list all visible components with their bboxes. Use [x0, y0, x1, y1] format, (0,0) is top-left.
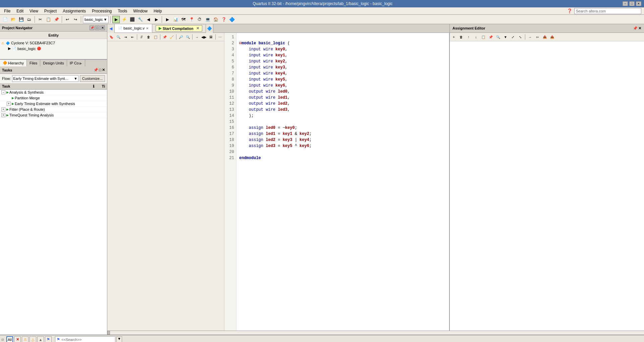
editor-hscrollbar[interactable] — [107, 331, 644, 335]
more-btn[interactable]: ⋯ — [217, 34, 223, 40]
ae-down[interactable]: ↓ — [473, 34, 479, 40]
customize-button[interactable]: Customize... — [80, 75, 105, 82]
ae-collapse[interactable]: ⤡ — [517, 34, 524, 40]
task-timequest[interactable]: + ▶ TimeQuest Timing Analysis — [0, 112, 107, 118]
zoom-out-btn[interactable]: 🔍 — [184, 34, 191, 40]
expand-analysis[interactable]: − — [1, 90, 5, 94]
filter-all[interactable]: All — [6, 336, 13, 342]
ae-export[interactable]: 📤 — [549, 34, 555, 40]
message-search-box[interactable]: ⚑ <<Search>> — [55, 336, 115, 342]
ae-paste[interactable]: 📌 — [487, 34, 494, 40]
panel-restore[interactable]: □ — [95, 26, 100, 30]
tab-hierarchy[interactable]: 🔶 Hierarchy — [0, 60, 27, 66]
ae-back[interactable]: ⇦ — [534, 34, 541, 40]
ae-up[interactable]: ↑ — [465, 34, 472, 40]
expand-fitter[interactable]: + — [1, 107, 5, 111]
copy-button[interactable]: 📋 — [45, 16, 52, 23]
expand-early-timing[interactable]: + — [7, 102, 11, 106]
ae-filter[interactable]: ▼ — [502, 34, 509, 40]
menu-assignments[interactable]: Assignments — [60, 8, 89, 14]
ae-pin[interactable]: 📌 — [633, 26, 638, 31]
open-button[interactable]: 📂 — [9, 16, 17, 23]
delete-btn[interactable]: 🗑 — [145, 34, 152, 40]
ae-import[interactable]: 📥 — [541, 34, 548, 40]
back-button[interactable]: ◀ — [145, 16, 152, 23]
ae-new[interactable]: + — [450, 34, 457, 40]
rtl-viewer-tab[interactable]: 🔷 — [206, 24, 213, 33]
paste-btn2[interactable]: 📌 — [161, 34, 168, 40]
new-button[interactable]: 📄 — [1, 16, 9, 23]
paste-button[interactable]: 📌 — [53, 16, 60, 23]
menu-window[interactable]: Window — [130, 8, 150, 14]
menu-processing[interactable]: Processing — [89, 8, 114, 14]
copy-btn2[interactable]: 📋 — [152, 34, 159, 40]
tab-files[interactable]: Files — [27, 60, 40, 66]
ae-navigate[interactable]: → — [527, 34, 533, 40]
chip-planner[interactable]: 🗺 — [180, 16, 187, 23]
project-dropdown[interactable]: basic_logic ▼ — [83, 16, 109, 23]
editor-nav-icon[interactable]: ◀ — [107, 24, 115, 33]
help-button[interactable]: ❓ — [220, 16, 227, 23]
tab-basiclogicv[interactable]: 📄 basic_logic.v ✕ — [115, 24, 152, 33]
close-basiclogicv[interactable]: ✕ — [146, 27, 149, 30]
tasks-close[interactable]: ✕ — [102, 68, 105, 72]
timing-analyzer[interactable]: ⏱ — [196, 16, 203, 23]
rtl-viewer[interactable]: 📊 — [172, 16, 179, 23]
search-dropdown[interactable]: ▼ — [116, 336, 122, 342]
tab-ip-co[interactable]: IP Co ▶ — [67, 60, 85, 66]
indent-btn[interactable]: ⇥ — [122, 34, 129, 40]
save-button[interactable]: 💾 — [17, 16, 25, 23]
filter-critical[interactable]: ⚠ — [22, 336, 29, 342]
close-button[interactable]: ✕ — [636, 1, 641, 6]
clear-btn[interactable]: 🧹 — [168, 34, 175, 40]
ae-search[interactable]: 🔍 — [495, 34, 501, 40]
toggle-comment[interactable]: // — [138, 34, 145, 40]
home-button[interactable]: 🏠 — [212, 16, 219, 23]
filter-error[interactable]: ✕ — [14, 336, 21, 342]
menu-project[interactable]: Project — [42, 8, 59, 14]
minimize-button[interactable]: − — [623, 1, 628, 6]
menu-tools[interactable]: Tools — [115, 8, 130, 14]
undo-button[interactable]: ↩ — [64, 16, 71, 23]
panel-pin[interactable]: 📌 — [90, 26, 94, 30]
run-sim[interactable]: ▶ — [164, 16, 171, 23]
analysis-button[interactable]: ⚡ — [120, 16, 128, 23]
task-analysis-synthesis[interactable]: − ▶ Analysis & Synthesis — [0, 90, 107, 95]
cut-button[interactable]: ✂ — [37, 16, 44, 23]
ae-delete[interactable]: 🗑 — [458, 34, 465, 40]
programmer[interactable]: 💻 — [204, 16, 211, 23]
tasks-restore[interactable]: □ — [99, 68, 101, 72]
menu-edit[interactable]: Edit — [14, 8, 26, 14]
ae-copy[interactable]: 📋 — [480, 34, 487, 40]
zoom-in-btn[interactable]: 🔎 — [177, 34, 184, 40]
task-partition-merge[interactable]: ▶ Partition Merge — [0, 95, 107, 101]
project-item[interactable]: ▶ 📄 basic_logic 🔴 — [8, 46, 106, 51]
save-all-button[interactable]: 🗂 — [25, 16, 33, 23]
menu-view[interactable]: View — [27, 8, 41, 14]
menu-help[interactable]: Help — [151, 8, 165, 14]
more-tabs-arrow[interactable]: ▶ — [79, 61, 82, 65]
menu-file[interactable]: File — [1, 8, 13, 14]
compile-button[interactable]: ▶ — [112, 16, 120, 23]
task-fitter[interactable]: + ▶ Fitter (Place & Route) — [0, 107, 107, 112]
back-nav-btn[interactable]: ◀▶ — [201, 34, 207, 40]
tasks-pin[interactable]: 📌 — [94, 68, 98, 72]
stop-button[interactable]: ⬛ — [128, 16, 136, 23]
flow-dropdown[interactable]: Early Timing Estimate with Synthesis ▼ — [12, 75, 78, 82]
restore-button[interactable]: □ — [629, 1, 635, 6]
rtl-button[interactable]: 🔧 — [137, 16, 144, 23]
filter-note[interactable]: ⚑ — [45, 336, 52, 342]
ae-close[interactable]: ✕ — [638, 26, 641, 31]
redo-button[interactable]: ↪ — [72, 16, 79, 23]
ae-expand[interactable]: ⤢ — [509, 34, 516, 40]
hierarchy-nav-btn[interactable]: 🏛 — [208, 34, 214, 40]
code-content[interactable]: ⊟module basic_logic ( input wire key0, i… — [236, 33, 449, 331]
filter-warning[interactable]: △ — [30, 336, 36, 342]
tab-design-units[interactable]: Design Units — [40, 60, 67, 66]
msg-panel-toggle[interactable]: ⊟ — [1, 338, 4, 341]
bookmark-btn[interactable]: 🔖 — [108, 34, 115, 40]
navigate-btn[interactable]: → — [194, 34, 200, 40]
filter-info2[interactable]: ▲ — [37, 336, 44, 342]
start-compilation-button[interactable]: ▶ Start Compilation ✕ — [156, 25, 202, 32]
forward-button[interactable]: ▶ — [153, 16, 160, 23]
